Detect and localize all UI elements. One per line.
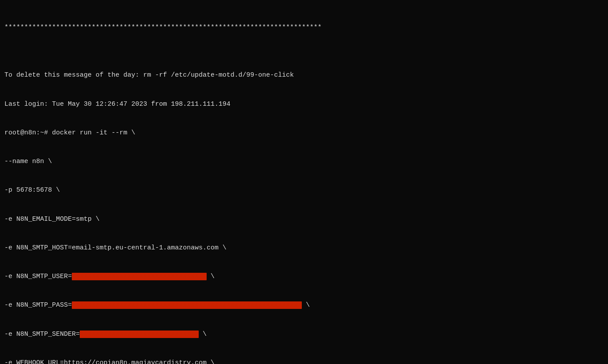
smtp-host-line: -e N8N_SMTP_HOST=email-smtp.eu-central-1… — [4, 243, 604, 253]
smtp-sender-redacted: XXXXXXXXXXXXXXXXXXXXXXXXXXXXXX — [80, 331, 199, 338]
webhook-line: -e WEBHOOK_URL=https://copian8n.magiayca… — [4, 358, 604, 364]
motd-line: To delete this message of the day: rm -r… — [4, 71, 604, 80]
name-flag-line: --name n8n \ — [4, 157, 604, 167]
stars-line: ****************************************… — [4, 23, 604, 33]
last-login-line: Last login: Tue May 30 12:26:47 2023 fro… — [4, 100, 604, 109]
smtp-user-line: -e N8N_SMTP_USER=XXXXXXXXXXXXXXXXXXXXXXX… — [4, 272, 604, 282]
email-mode-line: -e N8N_EMAIL_MODE=smtp \ — [4, 215, 604, 224]
smtp-sender-line: -e N8N_SMTP_SENDER=XXXXXXXXXXXXXXXXXXXXX… — [4, 330, 604, 339]
smtp-pass-redacted: XXXXXXXXXXXXXXXXXXXXXXXXXXXXXXXXXXXXXXXX… — [72, 301, 302, 309]
terminal-window[interactable]: ****************************************… — [0, 0, 608, 364]
smtp-pass-line: -e N8N_SMTP_PASS=XXXXXXXXXXXXXXXXXXXXXXX… — [4, 301, 604, 310]
port-flag-line: -p 5678:5678 \ — [4, 186, 604, 195]
command-line-1: root@n8n:~# docker run -it --rm \ — [4, 128, 604, 138]
smtp-user-redacted: XXXXXXXXXXXXXXXXXXXXXXXXXXXXXXXXXX — [72, 273, 207, 280]
